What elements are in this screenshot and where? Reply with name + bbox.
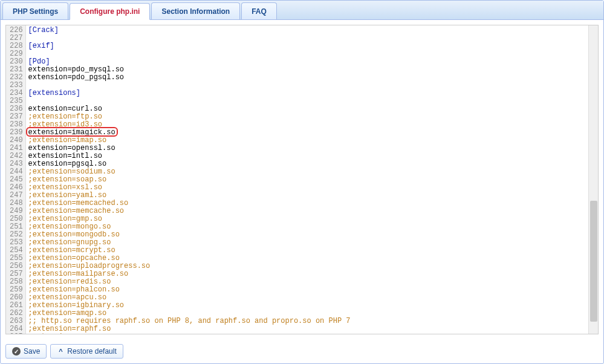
code-line[interactable]: extension=openssl.so — [28, 145, 588, 152]
tab-bar: PHP SettingsConfigure php.iniSection Inf… — [1, 1, 603, 20]
code-line[interactable]: ;extension=gmp.so — [28, 215, 588, 223]
tab-configure-php-ini[interactable]: Configure php.ini — [70, 3, 150, 20]
tab-label: Section Information — [161, 7, 230, 16]
code-line[interactable]: ;extension=soap.so — [28, 176, 588, 184]
save-button-label: Save — [24, 347, 40, 356]
code-line[interactable]: ;extension=xsl.so — [28, 184, 588, 192]
code-line[interactable]: extension=curl.so — [28, 105, 588, 113]
check-circle-icon: ✓ — [12, 347, 21, 356]
restore-button-label: Restore default — [67, 347, 116, 356]
code-line[interactable]: extension=intl.so — [28, 152, 588, 160]
editor-area: 2262272282292302312322332342352362372382… — [1, 20, 603, 339]
code-line[interactable] — [28, 97, 588, 105]
line-number: 265 — [10, 333, 23, 334]
code-line[interactable]: [extensions] — [28, 89, 588, 97]
code-line[interactable]: ;extension=ftp.so — [28, 113, 588, 121]
code-line[interactable]: ;; http.so requires raphf.so on PHP 8, a… — [28, 317, 588, 325]
code-line[interactable]: ;extension=memcache.so — [28, 207, 588, 215]
code-line[interactable]: ;extension=mongodb.so — [28, 231, 588, 239]
button-bar: ✓ Save ^ Restore default — [1, 339, 603, 363]
code-line[interactable]: extension=pdo_pgsql.so — [28, 74, 588, 82]
code-line[interactable]: extension=imagick.so — [28, 129, 588, 137]
code-line[interactable]: ;extension=sodium.so — [28, 168, 588, 176]
code-line[interactable]: ;extension=phalcon.so — [28, 286, 588, 294]
code-line[interactable]: ;extension=igbinary.so — [28, 302, 588, 310]
chevron-up-icon: ^ — [57, 348, 64, 355]
restore-default-button[interactable]: ^ Restore default — [50, 344, 123, 359]
tab-section-information[interactable]: Section Information — [151, 2, 240, 19]
tab-label: FAQ — [252, 7, 267, 16]
vertical-scrollbar[interactable] — [588, 25, 598, 334]
code-editor[interactable]: [Crack][exif][Pdo]extension=pdo_mysql.so… — [26, 25, 588, 334]
code-line[interactable]: ;extension=mailparse.so — [28, 270, 588, 278]
code-line[interactable]: ;extension=propro.so — [28, 333, 588, 334]
tab-php-settings[interactable]: PHP Settings — [2, 2, 68, 19]
panel: PHP SettingsConfigure php.iniSection Inf… — [0, 0, 604, 364]
editor-wrapper: 2262272282292302312322332342352362372382… — [5, 25, 599, 334]
tab-label: Configure php.ini — [80, 7, 140, 16]
vertical-scroll-thumb[interactable] — [590, 201, 597, 322]
code-line[interactable]: [Crack] — [28, 27, 588, 34]
code-line[interactable] — [28, 34, 588, 42]
save-button[interactable]: ✓ Save — [5, 344, 47, 359]
code-line[interactable]: [exif] — [28, 42, 588, 50]
code-line[interactable] — [28, 50, 588, 58]
tab-label: PHP Settings — [13, 7, 58, 16]
code-line[interactable] — [28, 82, 588, 89]
tab-faq[interactable]: FAQ — [241, 2, 277, 19]
line-number-gutter: 2262272282292302312322332342352362372382… — [6, 25, 26, 334]
